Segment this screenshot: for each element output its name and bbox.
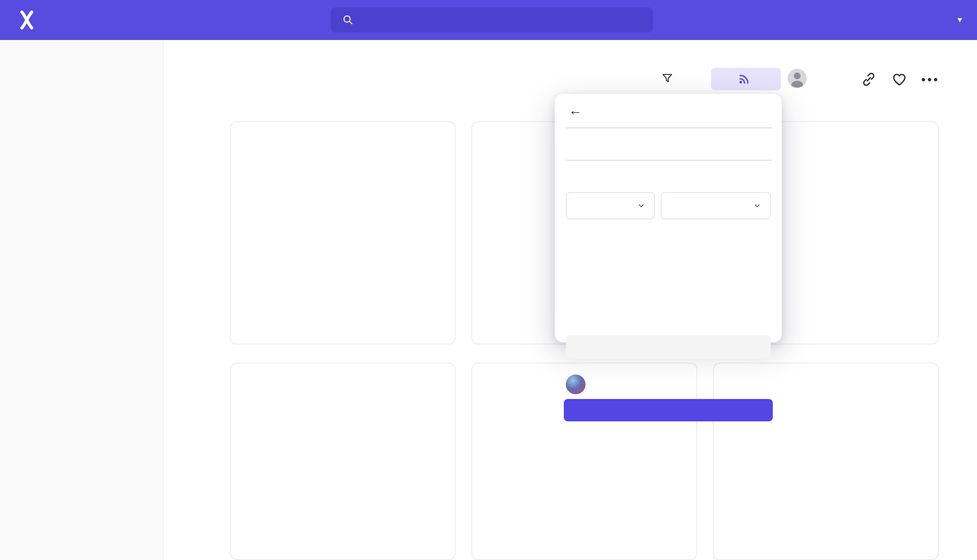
back-arrow-icon[interactable]: ← xyxy=(569,103,582,118)
sidebar xyxy=(0,40,164,560)
nav-right-cluster: ▼ xyxy=(950,0,977,40)
mixpanel-logo-icon[interactable] xyxy=(17,10,37,30)
top-nav: ▼ xyxy=(0,0,977,40)
chevron-down-icon[interactable]: ▼ xyxy=(956,16,964,24)
person-icon xyxy=(788,69,807,88)
heart-icon[interactable] xyxy=(892,72,907,87)
page-title xyxy=(230,70,236,88)
subscriber-avatar xyxy=(566,375,586,394)
card-retention-on-dashboards xyxy=(230,122,456,344)
channel-tabs xyxy=(566,127,772,128)
search-input[interactable] xyxy=(331,7,653,33)
link-icon[interactable] xyxy=(861,72,877,87)
filter-button[interactable] xyxy=(661,73,678,84)
modal-subscribe-button[interactable] xyxy=(564,399,773,422)
more-options-icon[interactable] xyxy=(921,75,938,84)
subscribe-button[interactable] xyxy=(711,68,781,90)
chevron-down-icon xyxy=(753,202,761,210)
chevron-down-icon xyxy=(637,202,645,210)
timezone-select[interactable] xyxy=(661,192,771,219)
card-insights-report-grid xyxy=(471,363,697,560)
card-stacked-line-graph xyxy=(230,363,456,560)
funnel-icon xyxy=(661,73,673,84)
create-subscription-modal: ← xyxy=(554,93,782,342)
search-icon xyxy=(342,14,354,26)
rss-icon xyxy=(738,73,750,85)
avatar[interactable] xyxy=(788,69,807,88)
card-insights-report-single xyxy=(713,363,939,560)
frequency-tabs xyxy=(566,160,772,161)
time-select[interactable] xyxy=(566,192,655,219)
subscriber-search-input[interactable] xyxy=(566,335,771,359)
